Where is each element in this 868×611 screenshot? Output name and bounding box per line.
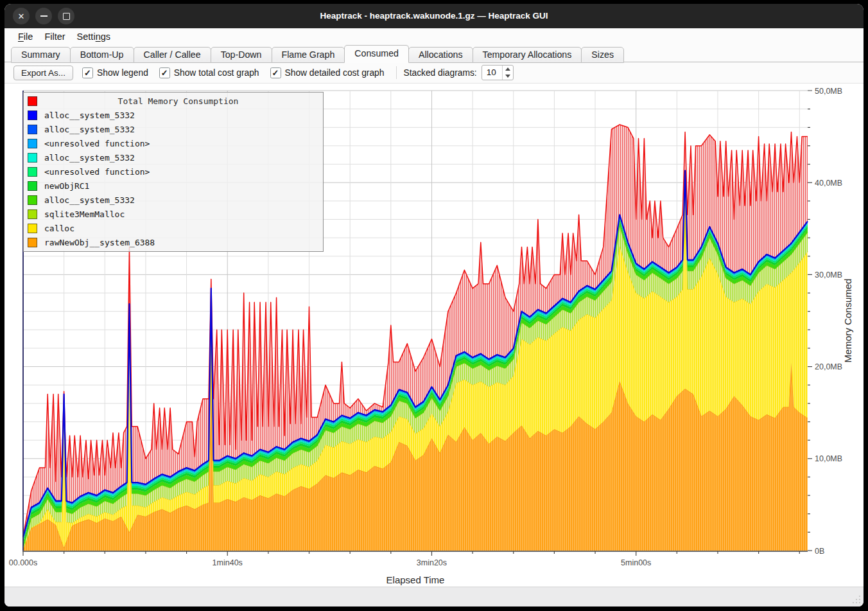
legend-label: alloc__system_5332	[44, 195, 135, 205]
y-tick-label: 10,0MB	[815, 454, 842, 463]
menu-bar: FileFilterSettings	[4, 28, 864, 45]
menu-item-settings[interactable]: Settings	[71, 30, 116, 43]
menu-item-filter[interactable]: Filter	[39, 30, 71, 43]
checkbox-icon: ✓	[159, 67, 170, 78]
legend-item: alloc__system_5332	[24, 150, 323, 164]
tab-bar: SummaryBottom-UpCaller / CalleeTop-DownF…	[4, 45, 864, 62]
x-tick-label: 5min00s	[621, 558, 651, 567]
legend-swatch	[28, 96, 37, 106]
legend-swatch	[28, 139, 37, 148]
legend-item: alloc__system_5332	[24, 193, 323, 207]
legend-item: <unresolved function>	[24, 164, 323, 179]
spin-up-button[interactable]	[503, 66, 513, 73]
tab-temporary-allocations[interactable]: Temporary Allocations	[473, 47, 582, 63]
status-bar	[4, 587, 864, 607]
legend-item: newObjRC1	[24, 179, 323, 193]
y-tick-label: 20,0MB	[815, 362, 842, 371]
x-tick-label: 1min40s	[213, 558, 243, 567]
legend-item: sqlite3MemMalloc	[24, 207, 323, 221]
legend-swatch	[28, 125, 37, 134]
menu-item-file[interactable]: File	[12, 30, 39, 43]
legend-label: <unresolved function>	[44, 167, 150, 177]
legend-item: calloc	[24, 221, 323, 235]
tab-allocations[interactable]: Allocations	[408, 47, 473, 63]
chart-legend: Total Memory Consumptionalloc__system_53…	[23, 92, 324, 252]
legend-swatch	[28, 209, 37, 219]
tab-consumed[interactable]: Consumed	[344, 45, 409, 63]
legend-label: Total Memory Consumption	[37, 96, 319, 106]
y-tick-label: 50,0MB	[815, 87, 842, 96]
toolbar-separator	[396, 66, 397, 79]
legend-label: <unresolved function>	[44, 139, 150, 148]
legend-swatch	[28, 238, 37, 247]
legend-swatch	[28, 195, 37, 205]
chevron-down-icon	[505, 75, 510, 78]
legend-label: rawNewObj__system_6388	[44, 238, 155, 247]
legend-swatch	[28, 224, 37, 233]
chevron-up-icon	[505, 67, 510, 71]
title-bar[interactable]: ✕ Heaptrack - heaptrack.wakunode.1.gz — …	[4, 4, 864, 28]
x-tick-label: 00.000s	[9, 558, 37, 567]
y-axis-title: Memory Consumed	[842, 240, 855, 401]
legend-swatch	[28, 167, 37, 177]
legend-swatch	[28, 153, 37, 163]
tab-sizes[interactable]: Sizes	[581, 47, 624, 63]
stacked-diagrams-spinbox[interactable]: 10	[482, 65, 514, 80]
legend-label: calloc	[44, 224, 74, 233]
export-as-button[interactable]: Export As...	[13, 66, 73, 80]
y-tick-label: 40,0MB	[815, 179, 842, 188]
y-tick-label: 30,0MB	[815, 270, 842, 279]
legend-item: <unresolved function>	[24, 136, 323, 150]
checkbox-label: Show total cost graph	[174, 68, 259, 78]
resize-grip-icon[interactable]	[851, 594, 860, 603]
legend-label: sqlite3MemMalloc	[44, 209, 125, 219]
spin-down-button[interactable]	[503, 73, 513, 80]
legend-item: alloc__system_5332	[24, 108, 323, 122]
legend-label: alloc__system_5332	[44, 111, 135, 120]
legend-title-row: Total Memory Consumption	[24, 94, 323, 108]
legend-item: rawNewObj__system_6388	[24, 235, 323, 249]
toolbar: Export As... ✓Show legend✓Show total cos…	[4, 62, 864, 84]
checkbox-label: Show legend	[97, 68, 148, 78]
checkbox-icon: ✓	[82, 67, 93, 78]
stacked-diagrams-label: Stacked diagrams:	[403, 68, 476, 78]
checkbox-show-legend[interactable]: ✓Show legend	[82, 67, 148, 78]
legend-item: alloc__system_5332	[24, 122, 323, 136]
app-window: ✕ Heaptrack - heaptrack.wakunode.1.gz — …	[4, 4, 864, 607]
legend-swatch	[28, 181, 37, 191]
legend-label: alloc__system_5332	[44, 125, 135, 134]
checkbox-icon: ✓	[270, 67, 281, 78]
x-tick-label: 3min20s	[417, 558, 447, 567]
stacked-diagrams-value: 10	[482, 66, 502, 80]
checkbox-show-detailed-cost-graph[interactable]: ✓Show detailed cost graph	[270, 67, 385, 78]
toolbar-checkboxes: ✓Show legend✓Show total cost graph✓Show …	[82, 67, 395, 78]
checkbox-show-total-cost-graph[interactable]: ✓Show total cost graph	[159, 67, 259, 78]
tab-caller-callee[interactable]: Caller / Callee	[134, 47, 211, 63]
tab-top-down[interactable]: Top-Down	[211, 47, 272, 63]
spinbox-arrows	[502, 66, 513, 80]
checkbox-label: Show detailed cost graph	[285, 68, 385, 78]
window-title: Heaptrack - heaptrack.wakunode.1.gz — He…	[4, 4, 864, 28]
consumed-chart[interactable]: 0B10,0MB20,0MB30,0MB40,0MB50,0MB00.000s1…	[4, 84, 864, 587]
tab-flame-graph[interactable]: Flame Graph	[272, 47, 345, 63]
legend-label: alloc__system_5332	[44, 153, 135, 163]
x-axis-title: Elapsed Time	[4, 574, 826, 585]
tab-summary[interactable]: Summary	[11, 47, 71, 63]
legend-swatch	[28, 111, 37, 120]
y-tick-label: 0B	[815, 547, 824, 556]
legend-label: newObjRC1	[44, 181, 89, 191]
tab-bottom-up[interactable]: Bottom-Up	[70, 47, 134, 63]
screenshot-root: { "window": { "title": "Heaptrack - heap…	[0, 0, 868, 611]
